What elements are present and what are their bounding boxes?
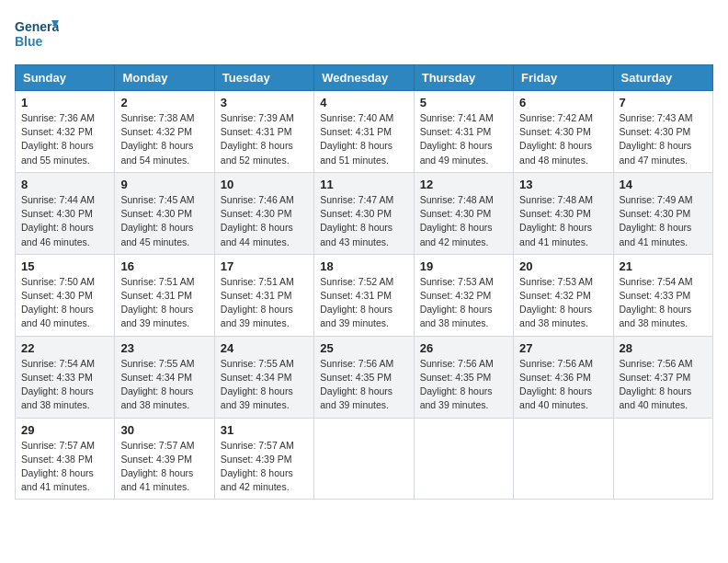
calendar-cell: 9Sunrise: 7:45 AMSunset: 4:30 PMDaylight… (115, 172, 214, 254)
day-info: Sunrise: 7:38 AMSunset: 4:32 PMDaylight:… (120, 111, 208, 167)
day-info: Sunrise: 7:50 AMSunset: 4:30 PMDaylight:… (21, 275, 108, 331)
day-number: 2 (120, 96, 208, 109)
calendar-cell: 25Sunrise: 7:56 AMSunset: 4:35 PMDayligh… (314, 336, 414, 418)
page-header: General Blue (15, 15, 713, 55)
day-number: 4 (320, 96, 407, 109)
calendar-cell: 26Sunrise: 7:56 AMSunset: 4:35 PMDayligh… (414, 336, 513, 418)
day-number: 20 (519, 259, 607, 273)
day-number: 7 (620, 96, 707, 109)
day-number: 9 (120, 178, 208, 191)
day-info: Sunrise: 7:49 AMSunset: 4:30 PMDaylight:… (620, 193, 707, 249)
day-number: 14 (620, 178, 707, 191)
calendar-cell: 11Sunrise: 7:47 AMSunset: 4:30 PMDayligh… (314, 172, 414, 254)
day-number: 22 (21, 341, 108, 355)
day-info: Sunrise: 7:44 AMSunset: 4:30 PMDaylight:… (21, 193, 108, 249)
calendar-header-row: SundayMondayTuesdayWednesdayThursdayFrid… (16, 65, 713, 91)
day-number: 5 (420, 96, 507, 109)
calendar-cell (414, 418, 513, 500)
day-number: 3 (221, 96, 308, 109)
day-number: 17 (221, 259, 308, 273)
day-number: 31 (221, 423, 308, 437)
weekday-header-tuesday: Tuesday (214, 65, 313, 91)
day-info: Sunrise: 7:56 AMSunset: 4:36 PMDaylight:… (519, 357, 607, 413)
calendar-cell: 18Sunrise: 7:52 AMSunset: 4:31 PMDayligh… (314, 254, 414, 336)
calendar-cell (613, 418, 712, 500)
day-info: Sunrise: 7:53 AMSunset: 4:32 PMDaylight:… (519, 275, 607, 331)
day-info: Sunrise: 7:47 AMSunset: 4:30 PMDaylight:… (320, 193, 407, 249)
weekday-header-sunday: Sunday (16, 65, 115, 91)
day-number: 16 (120, 259, 208, 273)
day-info: Sunrise: 7:57 AMSunset: 4:38 PMDaylight:… (21, 439, 108, 495)
weekday-header-monday: Monday (115, 65, 214, 91)
day-info: Sunrise: 7:48 AMSunset: 4:30 PMDaylight:… (420, 193, 507, 249)
calendar-cell: 8Sunrise: 7:44 AMSunset: 4:30 PMDaylight… (16, 172, 115, 254)
day-info: Sunrise: 7:51 AMSunset: 4:31 PMDaylight:… (221, 275, 308, 331)
day-info: Sunrise: 7:48 AMSunset: 4:30 PMDaylight:… (519, 193, 607, 249)
calendar-cell: 7Sunrise: 7:43 AMSunset: 4:30 PMDaylight… (613, 91, 712, 173)
day-info: Sunrise: 7:52 AMSunset: 4:31 PMDaylight:… (320, 275, 407, 331)
day-number: 11 (320, 178, 407, 191)
day-info: Sunrise: 7:54 AMSunset: 4:33 PMDaylight:… (620, 275, 707, 331)
calendar-week-row: 29Sunrise: 7:57 AMSunset: 4:38 PMDayligh… (16, 418, 713, 500)
day-number: 28 (620, 341, 707, 355)
calendar-cell: 21Sunrise: 7:54 AMSunset: 4:33 PMDayligh… (613, 254, 712, 336)
day-number: 19 (420, 259, 507, 273)
calendar-cell: 4Sunrise: 7:40 AMSunset: 4:31 PMDaylight… (314, 91, 414, 173)
calendar-week-row: 8Sunrise: 7:44 AMSunset: 4:30 PMDaylight… (16, 172, 713, 254)
day-number: 13 (519, 178, 607, 191)
calendar-cell: 22Sunrise: 7:54 AMSunset: 4:33 PMDayligh… (16, 336, 115, 418)
day-info: Sunrise: 7:45 AMSunset: 4:30 PMDaylight:… (120, 193, 208, 249)
logo: General Blue (15, 15, 59, 55)
day-info: Sunrise: 7:40 AMSunset: 4:31 PMDaylight:… (320, 111, 407, 167)
day-info: Sunrise: 7:57 AMSunset: 4:39 PMDaylight:… (120, 439, 208, 495)
calendar-week-row: 22Sunrise: 7:54 AMSunset: 4:33 PMDayligh… (16, 336, 713, 418)
day-info: Sunrise: 7:57 AMSunset: 4:39 PMDaylight:… (221, 439, 308, 495)
calendar-cell: 14Sunrise: 7:49 AMSunset: 4:30 PMDayligh… (613, 172, 712, 254)
day-number: 25 (320, 341, 407, 355)
weekday-header-friday: Friday (514, 65, 613, 91)
calendar-cell: 20Sunrise: 7:53 AMSunset: 4:32 PMDayligh… (514, 254, 613, 336)
calendar-cell (514, 418, 613, 500)
day-number: 15 (21, 259, 108, 273)
day-number: 8 (21, 178, 108, 191)
day-number: 26 (420, 341, 507, 355)
logo-svg: General Blue (15, 15, 59, 55)
calendar-cell: 3Sunrise: 7:39 AMSunset: 4:31 PMDaylight… (214, 91, 313, 173)
day-number: 21 (620, 259, 707, 273)
day-number: 23 (120, 341, 208, 355)
calendar-cell: 13Sunrise: 7:48 AMSunset: 4:30 PMDayligh… (514, 172, 613, 254)
calendar-cell: 17Sunrise: 7:51 AMSunset: 4:31 PMDayligh… (214, 254, 313, 336)
day-number: 18 (320, 259, 407, 273)
day-info: Sunrise: 7:42 AMSunset: 4:30 PMDaylight:… (519, 111, 607, 167)
calendar-cell: 19Sunrise: 7:53 AMSunset: 4:32 PMDayligh… (414, 254, 513, 336)
calendar-week-row: 1Sunrise: 7:36 AMSunset: 4:32 PMDaylight… (16, 91, 713, 173)
calendar-cell: 10Sunrise: 7:46 AMSunset: 4:30 PMDayligh… (214, 172, 313, 254)
weekday-header-wednesday: Wednesday (314, 65, 414, 91)
calendar-cell: 1Sunrise: 7:36 AMSunset: 4:32 PMDaylight… (16, 91, 115, 173)
calendar-cell: 2Sunrise: 7:38 AMSunset: 4:32 PMDaylight… (115, 91, 214, 173)
day-info: Sunrise: 7:55 AMSunset: 4:34 PMDaylight:… (221, 357, 308, 413)
calendar-cell (314, 418, 414, 500)
day-number: 29 (21, 423, 108, 437)
day-info: Sunrise: 7:46 AMSunset: 4:30 PMDaylight:… (221, 193, 308, 249)
day-number: 6 (519, 96, 607, 109)
day-number: 24 (221, 341, 308, 355)
weekday-header-saturday: Saturday (613, 65, 712, 91)
day-info: Sunrise: 7:54 AMSunset: 4:33 PMDaylight:… (21, 357, 108, 413)
calendar-cell: 30Sunrise: 7:57 AMSunset: 4:39 PMDayligh… (115, 418, 214, 500)
day-info: Sunrise: 7:41 AMSunset: 4:31 PMDaylight:… (420, 111, 507, 167)
day-info: Sunrise: 7:51 AMSunset: 4:31 PMDaylight:… (120, 275, 208, 331)
calendar-cell: 29Sunrise: 7:57 AMSunset: 4:38 PMDayligh… (16, 418, 115, 500)
calendar-cell: 23Sunrise: 7:55 AMSunset: 4:34 PMDayligh… (115, 336, 214, 418)
calendar-cell: 15Sunrise: 7:50 AMSunset: 4:30 PMDayligh… (16, 254, 115, 336)
day-info: Sunrise: 7:53 AMSunset: 4:32 PMDaylight:… (420, 275, 507, 331)
day-info: Sunrise: 7:56 AMSunset: 4:35 PMDaylight:… (320, 357, 407, 413)
day-info: Sunrise: 7:36 AMSunset: 4:32 PMDaylight:… (21, 111, 108, 167)
calendar-cell: 27Sunrise: 7:56 AMSunset: 4:36 PMDayligh… (514, 336, 613, 418)
day-info: Sunrise: 7:56 AMSunset: 4:35 PMDaylight:… (420, 357, 507, 413)
calendar-table: SundayMondayTuesdayWednesdayThursdayFrid… (15, 64, 713, 500)
day-number: 27 (519, 341, 607, 355)
day-info: Sunrise: 7:43 AMSunset: 4:30 PMDaylight:… (620, 111, 707, 167)
svg-text:Blue: Blue (15, 34, 43, 49)
day-number: 30 (120, 423, 208, 437)
